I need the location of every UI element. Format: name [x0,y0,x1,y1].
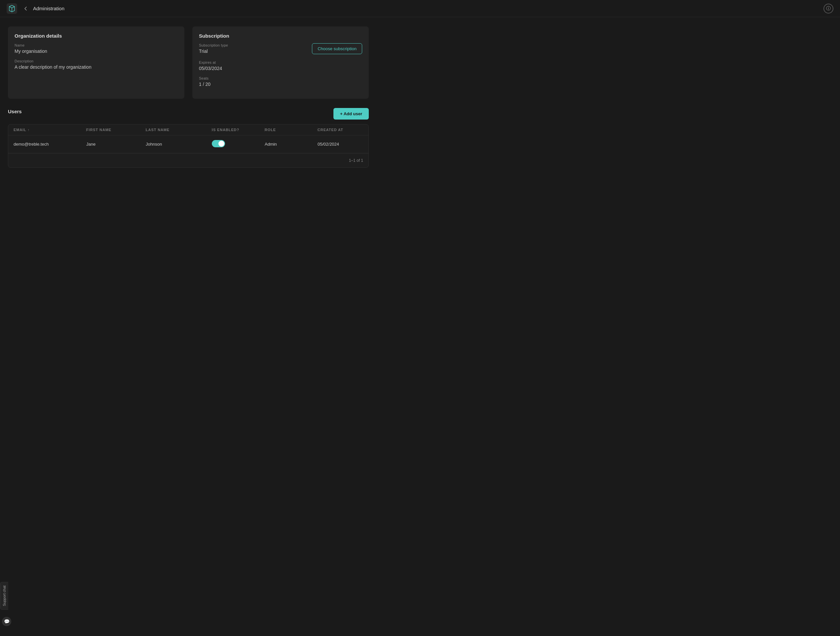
col-lastname-label: LAST NAME [146,128,169,132]
col-email: EMAIL ↑ [14,128,86,132]
table-header: EMAIL ↑ FIRST NAME LAST NAME IS ENABLED?… [8,124,368,135]
subscription-type-row: Subscription type Trial Choose subscript… [199,43,362,59]
users-section-title: Users [8,109,22,114]
users-table: EMAIL ↑ FIRST NAME LAST NAME IS ENABLED?… [8,124,369,168]
col-email-label: EMAIL [14,128,27,132]
org-description-label: Description [14,59,178,63]
users-section: Users + Add user EMAIL ↑ FIRST NAME LAST… [8,108,369,168]
pagination-text: 1–1 of 1 [349,158,363,163]
cell-role: Admin [265,142,317,146]
col-role: ROLE [265,128,317,132]
cell-enabled[interactable] [212,140,265,148]
col-created: CREATED AT [317,128,369,132]
subscription-card: Subscription Subscription type Trial Cho… [192,27,369,99]
users-header: Users + Add user [8,108,369,120]
col-role-label: ROLE [265,128,276,132]
toggle-knob [218,141,224,146]
choose-subscription-button[interactable]: Choose subscription [312,43,362,54]
sub-expires-label: Expires at [199,60,362,65]
cell-created: 05/02/2024 [317,142,369,146]
col-enabled: IS ENABLED? [212,128,265,132]
top-section: Organization details Name My organisatio… [8,27,369,99]
topbar: Administration ⓘ [0,0,840,17]
sort-icon-email: ↑ [28,128,30,132]
info-icon: ⓘ [826,6,831,11]
page-title: Administration [33,6,65,11]
app-logo[interactable] [6,3,17,14]
support-chat-icon[interactable]: 💬 [2,617,11,626]
col-lastname: LAST NAME [146,128,212,132]
org-name-label: Name [14,43,178,47]
info-button[interactable]: ⓘ [823,4,834,14]
sub-type-label: Subscription type [199,43,307,47]
org-name-value: My organisation [14,49,178,54]
table-row[interactable]: demo@treble.tech Jane Johnson Admin 05/0… [8,135,368,153]
sub-seats-label: Seats [199,76,362,80]
sub-type-value: Trial [199,49,307,54]
col-firstname-label: FIRST NAME [86,128,111,132]
org-description-value: A clear description of my organization [14,65,178,70]
cell-firstname: Jane [86,142,146,146]
main-content: Organization details Name My organisatio… [0,17,377,177]
col-firstname: FIRST NAME [86,128,146,132]
cell-email: demo@treble.tech [14,142,86,146]
org-details-card: Organization details Name My organisatio… [8,27,185,99]
subscription-type-block: Subscription type Trial [199,43,307,59]
col-enabled-label: IS ENABLED? [212,128,239,132]
chat-icon: 💬 [4,619,9,624]
pagination: 1–1 of 1 [8,153,368,167]
org-section-title: Organization details [14,33,178,39]
sub-expires-value: 05/03/2024 [199,66,362,71]
col-created-label: CREATED AT [317,128,343,132]
cell-lastname: Johnson [146,142,212,146]
sub-seats-value: 1 / 20 [199,82,362,87]
back-button[interactable] [21,4,30,13]
enabled-toggle[interactable] [212,140,225,147]
subscription-section-title: Subscription [199,33,362,39]
add-user-button[interactable]: + Add user [333,108,369,120]
support-chat-label[interactable]: Support chat [0,582,8,609]
